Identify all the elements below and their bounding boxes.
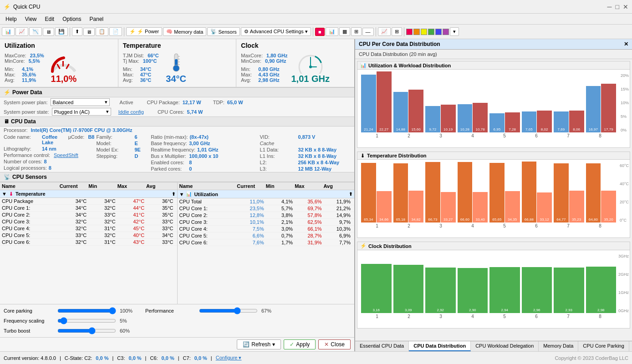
maximize-btn[interactable]: □ [616, 3, 619, 10]
clock-bar-group-6: 2,96 [522, 267, 552, 313]
minimize-btn[interactable]: ─ [607, 3, 612, 10]
clock-stats: MaxCore:1,80 GHz MinCore:0,90 GHz Min:0,… [241, 53, 287, 83]
swatch-red[interactable] [406, 29, 413, 35]
swatch-purple[interactable] [443, 29, 449, 35]
swatch-orange[interactable] [413, 29, 420, 35]
parked-cores: 0 [189, 166, 192, 172]
toolbar-icon4[interactable]: 🖥 [43, 28, 54, 36]
menu-options[interactable]: Options [59, 15, 85, 23]
power-plan-select[interactable]: Balanced▾ [51, 98, 110, 106]
toolbar-icon-bars[interactable]: ▦ [339, 27, 350, 36]
temp-gauge: 34°C [163, 51, 190, 84]
clock-bar-group-8: 2,98 [586, 267, 617, 313]
sensors-button[interactable]: 📡 Sensors [207, 27, 240, 36]
toolbar-red-btn[interactable]: ■ [315, 28, 325, 36]
advanced-button[interactable]: ⚙ Advanced CPU Settings ▾ [241, 27, 311, 36]
turbo-boost-slider[interactable] [57, 327, 116, 334]
app-icon: ⚡ [4, 4, 10, 10]
turbo-boost-row: Turbo boost 60% [4, 327, 138, 334]
util-min: 4,1% [22, 66, 33, 72]
clock-chart-body: 3GHz2GHz1GHz0GHz 3,163,092,922,902,942,9… [357, 250, 630, 328]
close-btn[interactable]: ✕ [623, 3, 628, 10]
toolbar-icon5[interactable]: 💾 [55, 27, 68, 36]
tab-workload[interactable]: CPU Workload Delegation [471, 341, 539, 351]
main-area: Utilization MaxCore:23,5% MinCore:5,5% M… [0, 39, 632, 351]
close-button[interactable]: ✕ Close [318, 339, 351, 349]
apply-button[interactable]: ✓ Apply [284, 339, 316, 349]
apply-icon: ✓ [290, 341, 294, 348]
toolbar-icon-grid[interactable]: ⊞ [392, 27, 402, 36]
temp-y-axis: 60°C40°C20°C0°C [620, 163, 629, 222]
toolbar-icon-chart[interactable]: 📊 [326, 27, 338, 36]
cstate2-val: 0,0 % [96, 355, 108, 361]
clock-avg: 2,98 GHz [258, 77, 279, 83]
perf-control[interactable]: SpeedShift [54, 152, 78, 158]
sensor-row-core4: CPU Core 4:32°C31°C45°C33°C [0, 225, 177, 232]
temp-chart-icon: 🌡 [360, 153, 365, 158]
menu-view[interactable]: View [21, 15, 41, 23]
menu-edit[interactable]: Edit [41, 15, 58, 23]
right-panel-close[interactable]: ✕ [624, 41, 628, 47]
toolbar-icon7[interactable]: 🖥 [83, 28, 95, 36]
refresh-dropdown[interactable]: ▾ [272, 341, 275, 348]
idle-config-link[interactable]: Iddle config [118, 109, 144, 115]
tab-memory[interactable]: Memory Data [539, 341, 578, 351]
performance-label: Performance [145, 308, 195, 313]
power-button[interactable]: ⚡ ⚡ Power [126, 27, 162, 36]
swatch-blue[interactable] [435, 29, 442, 35]
toolbar-icon-line[interactable]: 📈 [378, 27, 391, 36]
util-chart-title: 📊 Utilization & Workload Distribution [357, 61, 630, 70]
power-state-select[interactable]: Plugged In (AC)▾ [52, 108, 111, 116]
clock-bar-chart: 3GHz2GHz1GHz0GHz 3,163,092,922,902,942,9… [361, 254, 616, 313]
temp-group-header[interactable]: ▼ 🌡 Temperature ⬆ [0, 190, 177, 198]
temperature-title: Temperature [123, 42, 232, 49]
toolbar-icon6[interactable]: ⬆ [72, 27, 82, 36]
core-parking-slider[interactable] [57, 307, 116, 314]
toolbar-icon-table[interactable]: ⊞ [351, 27, 362, 36]
sliders-container: Core parking 100% Performance 67% [4, 306, 351, 315]
cpu-cores-label: CPU Cores: [158, 109, 184, 115]
svg-point-5 [173, 65, 179, 71]
toolbar-icon2[interactable]: 📈 [15, 27, 28, 36]
util-max: 35,6% [22, 72, 36, 77]
performance-slider[interactable] [199, 307, 258, 314]
refresh-button[interactable]: 🔄 Refresh ▾ [237, 339, 281, 349]
toolbar-icon8[interactable]: 📋 [96, 27, 108, 36]
temp-bars-container: 65,3434,6665,1834,8266,7333,2766,6033,40… [361, 163, 616, 222]
swatch-yellow[interactable] [421, 29, 427, 35]
cpu-pkg-label: CPU Package: [147, 100, 180, 105]
copyright: Copyright © 2023 CoderBag LLC [555, 355, 628, 361]
util-avg: 11,9% [22, 77, 36, 83]
tab-parking[interactable]: CPU Core Parking [578, 341, 629, 351]
toolbar-icon1[interactable]: 📊 [2, 27, 15, 36]
cstate2-label: C-State: C2: [65, 355, 92, 361]
configure-link[interactable]: Configure ▾ [216, 355, 242, 361]
l1ins: 32 KB x 8 8-Way [298, 153, 337, 159]
swatch-dropdown[interactable]: ▾ [450, 27, 459, 36]
freq-scaling-slider[interactable] [57, 317, 116, 324]
memory-button[interactable]: 🧠 Memory data [163, 27, 206, 36]
toolbar-icon3[interactable]: 📉 [29, 27, 42, 36]
temp-bar-group-7: 64,7735,23 [554, 163, 584, 222]
swatch-green[interactable] [428, 29, 434, 35]
menu-help[interactable]: Help [2, 15, 20, 23]
right-panel-title: CPU Per Core Data Distribution [359, 41, 440, 47]
clock-y-axis: 3GHz2GHz1GHz0GHz [618, 254, 629, 313]
title-bar-left: ⚡ Quick CPU [4, 4, 40, 10]
util-group-header[interactable]: ▼ 📊 Utilization ⬆ [178, 190, 355, 198]
toolbar-icon-minus[interactable]: — [362, 28, 374, 36]
sensor-row-core5: CPU Core 5:33°C32°C40°C34°C [0, 232, 177, 239]
tab-essential[interactable]: Essential CPU Data [355, 341, 409, 351]
temperature-section: Temperature TJM Dist:66°C Tj Max:100°C M… [118, 39, 237, 87]
tab-distribution[interactable]: CPU Data Distribution [409, 341, 471, 351]
util-bars-container: 21,2422,2714,8815,609,7210,1910,2810,786… [361, 73, 616, 132]
toolbar-sep4 [376, 27, 376, 36]
util-x-axis: 12345678 [361, 133, 616, 138]
util-chart-icon: 📊 [360, 62, 367, 68]
util-gauge: 11,0% [48, 51, 80, 84]
util-bar-group-4: 10,2810,78 [458, 103, 488, 132]
toolbar-icon9[interactable]: 📄 [109, 27, 122, 36]
btn-row: 🔄 Refresh ▾ ✓ Apply ✕ Close [0, 337, 354, 351]
clock-section: Clock MaxCore:1,80 GHz MinCore:0,90 GHz … [236, 39, 354, 87]
menu-panel[interactable]: Panel [86, 15, 107, 23]
